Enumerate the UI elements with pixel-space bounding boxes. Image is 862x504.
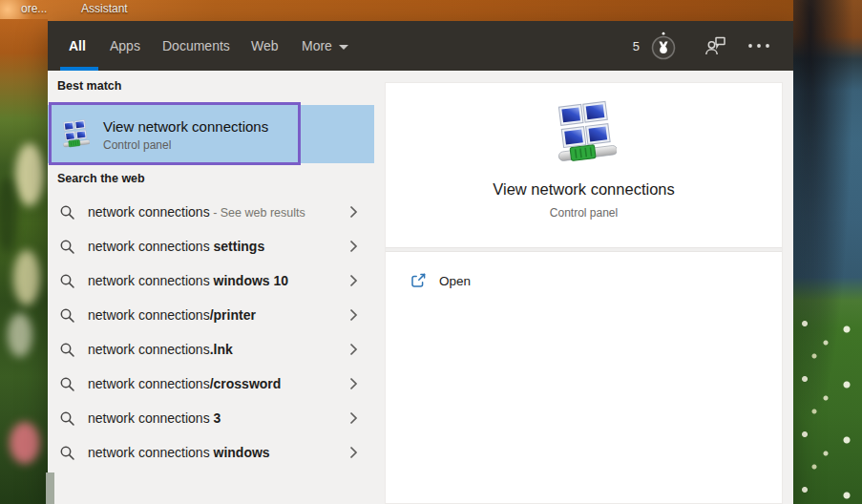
suggestion-bold: /printer xyxy=(210,307,256,323)
feedback-person-icon[interactable] xyxy=(704,35,726,56)
desktop-background-top xyxy=(0,0,862,23)
suggestion-text: network connections xyxy=(88,410,210,426)
search-window: All Apps Documents Web More 5 xyxy=(48,21,793,504)
tab-apps[interactable]: Apps xyxy=(110,21,140,71)
web-suggestions-list: network connections- See web results net… xyxy=(48,195,374,470)
best-match-subtitle: Control panel xyxy=(103,138,268,152)
search-header: All Apps Documents Web More 5 xyxy=(48,21,793,71)
search-icon xyxy=(59,273,75,289)
suggestion-annotation: - See web results xyxy=(210,206,305,220)
suggestion-text: network connections xyxy=(88,204,210,220)
caret-down-icon xyxy=(339,45,348,50)
web-suggestion-row[interactable]: network connections/printer xyxy=(48,298,374,332)
tab-more[interactable]: More xyxy=(302,21,348,71)
preview-divider xyxy=(386,247,782,252)
background-artifact xyxy=(46,472,54,504)
tab-web[interactable]: Web xyxy=(251,21,279,71)
tab-more-label: More xyxy=(302,38,332,53)
web-suggestion-row[interactable]: network connections windows 10 xyxy=(48,263,374,298)
background-blur-blob xyxy=(13,250,40,305)
suggestion-bold: .lnk xyxy=(210,342,233,357)
web-suggestion-row[interactable]: network connections.lnk xyxy=(48,332,374,367)
chevron-right-icon[interactable] xyxy=(349,446,358,459)
open-label: Open xyxy=(439,274,471,288)
web-section-title: Search the web xyxy=(57,172,145,185)
search-icon xyxy=(59,342,75,358)
chevron-right-icon[interactable] xyxy=(349,343,358,356)
suggestion-text: network connections xyxy=(88,342,210,357)
preview-panel: View network connections Control panel O… xyxy=(385,82,783,504)
desktop-background-flowers xyxy=(793,310,862,504)
suggestion-bold: /crossword xyxy=(210,376,282,391)
search-icon xyxy=(59,204,75,220)
tab-all[interactable]: All xyxy=(69,21,86,71)
search-icon xyxy=(59,445,75,461)
search-icon xyxy=(59,376,75,392)
chevron-right-icon[interactable] xyxy=(349,274,358,287)
web-suggestion-row[interactable]: network connections 3 xyxy=(48,401,374,435)
best-match-section-title: Best match xyxy=(57,79,121,93)
background-blur-blob xyxy=(15,143,44,206)
chevron-right-icon[interactable] xyxy=(349,377,358,390)
preview-title: View network connections xyxy=(386,180,782,199)
background-window-tab[interactable]: ore... xyxy=(21,2,47,15)
chevron-right-icon[interactable] xyxy=(349,411,358,425)
best-match-result[interactable]: View network connections Control panel xyxy=(48,105,374,163)
suggestion-text: network connections xyxy=(88,273,210,288)
search-icon xyxy=(59,307,75,324)
web-suggestion-row[interactable]: network connections/crossword xyxy=(48,367,374,401)
rewards-medal-icon[interactable] xyxy=(650,32,677,60)
network-connections-icon-large xyxy=(552,100,617,165)
search-body: Best match xyxy=(48,71,793,504)
background-blur-blob xyxy=(10,422,40,464)
suggestion-bold: windows xyxy=(210,445,270,460)
ellipsis-icon[interactable] xyxy=(747,43,770,49)
suggestion-text: network connections xyxy=(88,376,210,391)
suggestion-text: network connections xyxy=(88,239,210,254)
suggestion-text: network connections xyxy=(88,307,210,323)
open-action[interactable]: Open xyxy=(386,264,782,297)
chevron-right-icon[interactable] xyxy=(349,240,358,253)
best-match-title: View network connections xyxy=(103,117,268,136)
search-icon xyxy=(59,239,75,255)
network-connections-icon xyxy=(60,119,90,149)
rewards-count: 5 xyxy=(633,39,640,53)
preview-subtitle: Control panel xyxy=(386,206,782,220)
chevron-right-icon[interactable] xyxy=(349,308,358,322)
web-suggestion-row[interactable]: network connections- See web results xyxy=(48,195,374,229)
background-window-tab[interactable]: Assistant xyxy=(81,2,128,15)
search-icon xyxy=(59,410,75,427)
open-external-icon xyxy=(410,272,427,289)
web-suggestion-row[interactable]: network connections settings xyxy=(48,229,374,263)
suggestion-bold: settings xyxy=(210,239,265,254)
background-blur-blob xyxy=(8,313,32,357)
suggestion-text: network connections xyxy=(88,445,210,460)
tab-documents[interactable]: Documents xyxy=(162,21,230,71)
web-suggestion-row[interactable]: network connections windows xyxy=(48,435,374,470)
suggestion-bold: 3 xyxy=(210,410,221,426)
chevron-right-icon[interactable] xyxy=(349,205,358,219)
suggestion-bold: windows 10 xyxy=(210,273,288,288)
